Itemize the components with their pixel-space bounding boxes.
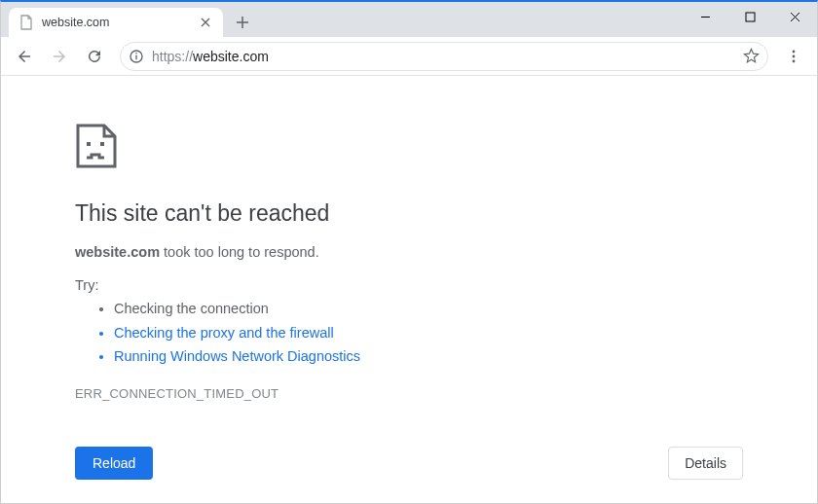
- browser-tab[interactable]: website.com: [9, 8, 223, 37]
- back-button[interactable]: [9, 41, 40, 72]
- maximize-button[interactable]: [727, 2, 772, 31]
- error-message: website.com took too long to respond.: [75, 244, 605, 260]
- tab-close-button[interactable]: [198, 15, 213, 30]
- error-message-rest: took too long to respond.: [160, 244, 319, 260]
- error-heading: This site can't be reached: [75, 200, 605, 227]
- address-bar[interactable]: https://website.com: [120, 42, 768, 71]
- svg-point-5: [793, 54, 796, 57]
- site-info-icon[interactable]: [129, 49, 144, 64]
- toolbar: https://website.com: [1, 37, 817, 76]
- suggestion-proxy-firewall-link[interactable]: Checking the proxy and the firewall: [114, 321, 605, 345]
- window-close-button[interactable]: [772, 2, 817, 31]
- bookmark-star-icon[interactable]: [743, 48, 760, 64]
- svg-rect-3: [135, 53, 136, 54]
- suggestions-list: Checking the connection Checking the pro…: [75, 297, 605, 369]
- tab-title: website.com: [42, 16, 190, 29]
- svg-point-4: [793, 50, 796, 53]
- svg-rect-0: [746, 13, 755, 21]
- svg-rect-8: [100, 142, 104, 146]
- forward-button[interactable]: [44, 41, 75, 72]
- url-host: website.com: [193, 49, 269, 64]
- reload-button[interactable]: [79, 41, 110, 72]
- details-button[interactable]: Details: [668, 447, 743, 480]
- svg-point-6: [793, 59, 796, 62]
- default-page-icon: [19, 15, 34, 30]
- window-controls: [683, 2, 817, 31]
- url-text: https://website.com: [152, 49, 735, 64]
- url-scheme: https://: [152, 49, 193, 64]
- new-tab-button[interactable]: [229, 9, 256, 36]
- svg-rect-7: [87, 142, 91, 146]
- minimize-button[interactable]: [683, 2, 727, 31]
- titlebar: website.com: [1, 2, 817, 37]
- error-code: ERR_CONNECTION_TIMED_OUT: [75, 386, 605, 401]
- sad-page-icon: [75, 123, 605, 173]
- error-page: This site can't be reached website.com t…: [1, 76, 605, 401]
- svg-rect-2: [135, 54, 136, 59]
- error-host: website.com: [75, 244, 160, 260]
- reload-page-button[interactable]: Reload: [75, 447, 153, 480]
- suggestion-network-diagnostics-link[interactable]: Running Windows Network Diagnostics: [114, 344, 605, 369]
- suggestion-check-connection: Checking the connection: [114, 297, 605, 321]
- menu-button[interactable]: [778, 41, 809, 72]
- button-row: Reload Details: [75, 447, 743, 480]
- try-label: Try:: [75, 277, 605, 293]
